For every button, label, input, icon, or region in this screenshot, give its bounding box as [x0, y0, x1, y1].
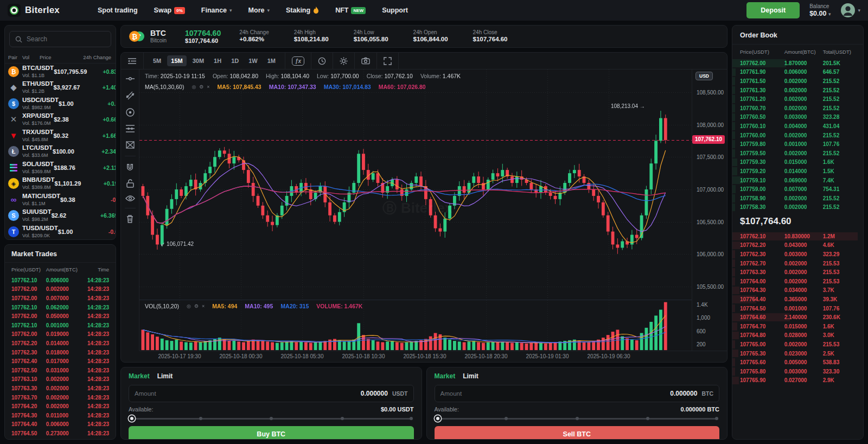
order-book-row[interactable]: 107764.602.140000230.6K	[732, 313, 863, 322]
top-navigation-bar: Biterlex Spot tradingSwap0%Finance▾More▾…	[0, 0, 868, 21]
trend-line-tool-icon[interactable]	[125, 91, 135, 100]
settings-gear-icon[interactable]	[333, 53, 355, 69]
order-book-row[interactable]: 107761.200.002000215.52	[732, 94, 863, 104]
fullscreen-icon[interactable]	[377, 53, 399, 69]
ellipse-tool-icon[interactable]	[125, 107, 135, 117]
order-book-row[interactable]: 107762.001.870000201.5K	[732, 59, 863, 68]
timeframe-1h[interactable]: 1H	[210, 55, 225, 66]
sell-tab-limit[interactable]: Limit	[463, 372, 478, 382]
order-book-row[interactable]: 107764.300.0340003.7K	[732, 286, 863, 295]
order-book-row[interactable]: 107764.400.36500039.3K	[732, 295, 863, 304]
chart-panel: 5M15M30M1H1D1W1M ƒx	[120, 52, 727, 363]
order-book-row[interactable]: 107759.300.0150001.6K	[732, 158, 863, 167]
nav-item-nft[interactable]: NFTNEW	[335, 7, 366, 14]
indicators-icon[interactable]: ƒx	[285, 53, 311, 69]
order-book-row[interactable]: 107759.200.0140001.5K	[732, 167, 863, 176]
buy-slider-thumb[interactable]	[129, 415, 135, 422]
shape-tool-icon[interactable]	[125, 140, 135, 150]
candlestick-chart[interactable]: Time: 2025-10-19 11:15Open: 108,042.80Hi…	[139, 69, 692, 351]
indicator-controls[interactable]: ◎⚙×	[192, 84, 209, 90]
magnet-tool-icon[interactable]	[125, 162, 135, 172]
order-book-row[interactable]: 107764.800.0280003.0K	[732, 331, 863, 340]
sell-btc-button[interactable]: Sell BTC	[435, 426, 720, 440]
sell-amount-input[interactable]: Amount 0.000000 BTC	[435, 385, 720, 402]
order-book-row[interactable]: 107764.700.0150001.6K	[732, 322, 863, 331]
timeframe-1m[interactable]: 1M	[264, 55, 279, 66]
order-book-row[interactable]: 107764.000.002000215.53	[732, 277, 863, 286]
order-book-row[interactable]: 107763.300.002000215.53	[732, 268, 863, 277]
time-axis[interactable]: 2025-10-17 19:302025-10-18 00:302025-10-…	[139, 351, 727, 362]
order-book-row[interactable]: 107764.500.001000107.76	[732, 304, 863, 313]
pair-row-ltc[interactable]: ŁLTC/USDTVol. $33.6M$100.00+2.348%	[5, 144, 116, 160]
buy-tab-limit[interactable]: Limit	[157, 372, 173, 382]
order-book-row[interactable]: 107761.900.006000646.57	[732, 68, 863, 77]
order-book-row[interactable]: 107758.900.002000215.52	[732, 194, 863, 203]
trade-row: 107762.100.00100014:28:23	[5, 321, 116, 330]
delete-trash-tool-icon[interactable]	[126, 214, 134, 224]
buy-amount-input[interactable]: Amount 0.000000 USDT	[129, 385, 414, 402]
nav-item-staking[interactable]: Staking	[286, 7, 319, 14]
pair-row-btc[interactable]: ₿BTC/USDTVol. $1.1B$107,795.59+0.835%	[5, 64, 116, 80]
order-book-row[interactable]: 107762.1010.8300001.2M	[732, 232, 863, 241]
sell-available-value: 0.000000 BTC	[680, 406, 719, 413]
price-axis[interactable]: USD 107,762.10 108,500.00108,000.00107,5…	[692, 69, 727, 351]
pair-row-eth[interactable]: ◆ETH/USDTVol. $1.2B$3,927.67+1.405%	[5, 80, 116, 96]
order-book-row[interactable]: 107765.800.003000323.30	[732, 367, 863, 376]
order-book-row[interactable]: 107760.100.004000431.04	[732, 122, 863, 131]
timeframe-30m[interactable]: 30M	[189, 55, 208, 66]
pair-row-usdc[interactable]: $USDC/USDTVol. $982.9M$1.00+0.010%	[5, 96, 116, 112]
nav-item-support[interactable]: Support	[382, 7, 408, 14]
order-book-row[interactable]: 107759.100.0690007.4K	[732, 176, 863, 185]
order-book-row[interactable]: 107759.500.002000215.52	[732, 149, 863, 158]
chart-style-icon[interactable]	[311, 53, 333, 69]
order-book-row[interactable]: 107760.000.002000215.52	[732, 131, 863, 140]
order-book-row[interactable]: 107765.900.0270002.9K	[732, 376, 863, 385]
order-book-row[interactable]: 107765.300.0230002.5K	[732, 349, 863, 358]
pair-row-xrp[interactable]: ✕XRP/USDTVol. $176.0M$2.38+0.661%	[5, 112, 116, 128]
sell-percent-slider[interactable]	[436, 415, 719, 422]
timeframe-15m[interactable]: 15M	[167, 55, 186, 66]
pair-row-bnb[interactable]: ◈BNB/USDTVol. $389.8M$1,101.29+0.198%	[5, 176, 116, 192]
sell-tab-market[interactable]: Market	[435, 372, 456, 382]
timeframe-5m[interactable]: 5M	[149, 55, 165, 66]
order-book-row[interactable]: 107761.500.002000215.52	[732, 77, 863, 86]
order-book-row[interactable]: 107760.700.002000215.52	[732, 104, 863, 113]
order-book-row[interactable]: 107758.300.002000215.52	[732, 203, 863, 212]
timeframe-1d[interactable]: 1D	[227, 55, 242, 66]
balance-dropdown[interactable]: Balance $0.00 ▾	[809, 3, 831, 17]
nav-item-spot-trading[interactable]: Spot trading	[98, 7, 138, 14]
account-menu[interactable]: ▾	[840, 3, 860, 18]
nav-item-more[interactable]: More▾	[248, 7, 270, 14]
fib-retracement-tool-icon[interactable]	[125, 124, 135, 133]
buy-tab-market[interactable]: Market	[129, 372, 150, 382]
pair-row-tusd[interactable]: TTUSD/USDTVol. $209.0K$1.00-0.010%	[5, 224, 116, 240]
search-input[interactable]: Search	[9, 31, 111, 47]
order-book-row[interactable]: 107761.300.002000215.52	[732, 86, 863, 95]
order-book-row[interactable]: 107762.200.0430004.6K	[732, 241, 863, 250]
nav-item-swap[interactable]: Swap0%	[154, 7, 185, 14]
brand-logo[interactable]: Biterlex	[8, 4, 60, 17]
pair-row-trx[interactable]: ▼TRX/USDTVol. $45.8M$0.32+1.661%	[5, 128, 116, 144]
pair-row-sui[interactable]: SSUI/USDTVol. $98.2M$2.62+6.369%	[5, 208, 116, 224]
order-book-row[interactable]: 107760.500.003000323.28	[732, 113, 863, 122]
order-book-row[interactable]: 107765.000.002000215.53	[732, 340, 863, 349]
order-book-row[interactable]: 107762.700.002000215.53	[732, 259, 863, 268]
visibility-eye-tool-icon[interactable]	[125, 195, 135, 202]
order-book-row[interactable]: 107762.300.003000323.29	[732, 250, 863, 259]
buy-btc-button[interactable]: Buy BTC	[129, 426, 414, 440]
order-book-row[interactable]: 107759.800.001000107.76	[732, 139, 863, 149]
indicator-controls[interactable]: ◎⚙×	[187, 303, 205, 309]
deposit-button[interactable]: Deposit	[746, 2, 800, 18]
screenshot-camera-icon[interactable]	[355, 53, 377, 69]
order-book-row[interactable]: 107759.000.007000754.31	[732, 185, 863, 194]
horizontal-line-tool-icon[interactable]	[125, 74, 135, 84]
lock-tool-icon[interactable]	[126, 179, 135, 188]
pair-row-matic[interactable]: ∞MATIC/USDTVol. $1.1M$0.38-0.289%	[5, 192, 116, 208]
sell-slider-thumb[interactable]	[435, 415, 441, 422]
nav-item-finance[interactable]: Finance▾	[201, 7, 232, 14]
order-book-row[interactable]: 107765.600.005000538.83	[732, 358, 863, 367]
buy-percent-slider[interactable]	[130, 415, 413, 422]
toolbar-collapse-icon[interactable]	[121, 53, 144, 69]
timeframe-1w[interactable]: 1W	[245, 55, 261, 66]
pair-row-sol[interactable]: SOL/USDTVol. $369.8M$188.76+2.116%	[5, 160, 116, 176]
